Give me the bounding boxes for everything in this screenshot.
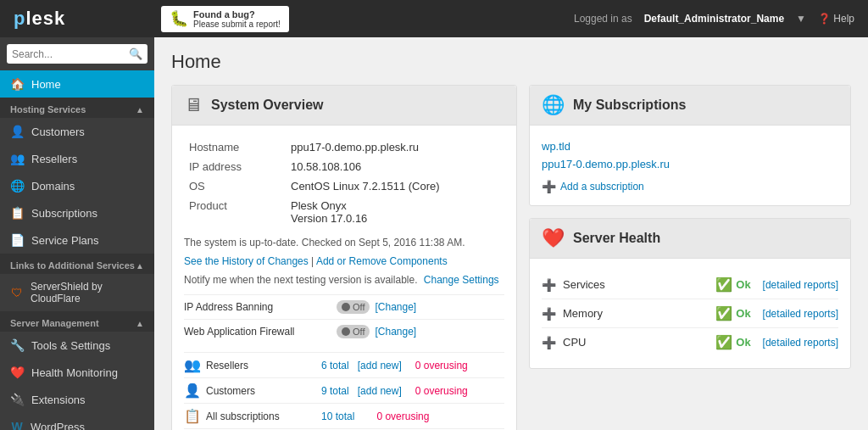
section-server-management[interactable]: Server Management ▲ [0,311,154,332]
logo: plesk [14,8,65,30]
hosting-services-arrow: ▲ [136,105,144,114]
customers-add[interactable]: [add new] [358,385,402,397]
toggle-dot [342,303,350,311]
sidebar-item-servershield[interactable]: 🛡 ServerShield by CloudFlare [0,274,154,311]
tools-settings-label: Tools & Settings [31,339,110,352]
extensions-icon: 🔌 [10,393,25,406]
expand-cpu-icon[interactable]: ➕ [542,336,556,349]
sidebar-item-home[interactable]: 🏠 Home [0,70,154,98]
waf-row: Web Application Firewall Off [Change] [184,319,504,343]
product-label: Product [184,196,286,228]
my-subscriptions-panel: 🌐 My Subscriptions wp.tld ppu17-0.demo.p… [529,85,851,206]
change-settings-link[interactable]: Change Settings [424,274,499,286]
bug-text: Found a bug? Please submit a report! [193,9,281,29]
table-row: Hostname ppu17-0.demo.pp.plesk.ru [184,137,504,157]
add-sub-label: Add a subscription [560,181,644,193]
resellers-icon: 👥 [10,152,25,165]
toggle-dot [342,327,350,336]
os-label: OS [184,176,286,196]
section-hosting-services[interactable]: Hosting Services ▲ [0,98,154,118]
username[interactable]: Default_Administrator_Name [644,13,784,25]
sidebar-item-customers[interactable]: 👤 Customers [0,118,154,145]
domains-icon: 🌐 [10,179,25,193]
system-overview-body: Hostname ppu17-0.demo.pp.plesk.ru IP add… [172,126,516,430]
health-row-memory: ➕ Memory ✅ Ok [detailed reports] [542,299,838,327]
product-version: Version 17.0.16 [291,212,499,225]
question-icon: ❓ [818,13,831,25]
status-text: The system is up-to-date. [184,237,298,249]
sidebar-item-service-plans[interactable]: 📄 Service Plans [0,226,154,254]
resellers-label: Resellers [31,153,77,165]
hosting-services-label: Hosting Services [10,104,86,114]
sidebar-item-wordpress[interactable]: W WordPress [0,413,154,430]
sub-link-wp-tld[interactable]: wp.tld [542,137,838,155]
all-sub-stat-icon: 📋 [184,408,201,424]
sidebar-item-health-monitoring[interactable]: ❤️ Health Monitoring [0,359,154,386]
waf-change[interactable]: [Change] [375,326,416,338]
top-nav: plesk 🐛 Found a bug? Please submit a rep… [0,0,868,37]
add-subscription[interactable]: ➕ Add a subscription [542,180,838,193]
sidebar-search-container: 🔍 [0,37,154,70]
history-links: See the History of Changes | Add or Remo… [184,255,504,267]
waf-state: Off [353,327,364,337]
sub-link-ppu17[interactable]: ppu17-0.demo.pp.plesk.ru [542,155,838,173]
health-row-services: ➕ Services ✅ Ok [detailed reports] [542,271,838,299]
cpu-status: ✅ Ok [715,334,750,350]
table-row: Product Plesk Onyx Version 17.0.16 [184,196,504,228]
resellers-stat-label: Resellers [206,360,316,371]
history-link[interactable]: See the History of Changes [184,255,309,267]
sidebar-item-extensions[interactable]: 🔌 Extensions [0,386,154,413]
search-input[interactable] [12,48,129,60]
product-value: Plesk Onyx Version 17.0.16 [286,196,504,228]
server-health-header: ❤️ Server Health [530,219,850,259]
help-link[interactable]: ❓ Help [818,13,854,25]
resellers-count[interactable]: 6 total [321,360,349,371]
section-additional-services[interactable]: Links to Additional Services ▲ [0,254,154,274]
home-label: Home [31,78,61,91]
servershield-icon: 🛡 [10,286,24,299]
components-link[interactable]: Add or Remove Components [316,255,448,267]
expand-services-icon[interactable]: ➕ [542,278,556,292]
os-value: CentOS Linux 7.2.1511 (Core) [286,176,504,196]
waf-label: Web Application Firewall [184,326,337,338]
memory-ok-text: Ok [736,307,750,320]
cpu-health-label: CPU [563,336,709,349]
ip-banning-toggle[interactable]: Off [337,300,370,314]
search-inner: 🔍 [7,44,147,64]
my-subscriptions-body: wp.tld ppu17-0.demo.pp.plesk.ru ➕ Add a … [530,126,850,205]
bug-banner[interactable]: 🐛 Found a bug? Please submit a report! [161,6,289,32]
product-name: Plesk Onyx [291,199,499,212]
content-grid: 🖥 System Overview Hostname ppu17-0.demo.… [171,85,851,430]
customers-count[interactable]: 9 total [321,385,349,397]
services-detail-link[interactable]: [detailed reports] [763,279,838,291]
ip-banning-change[interactable]: [Change] [375,301,416,313]
customers-stat-icon: 👤 [184,383,201,399]
domains-label: Domains [31,180,75,193]
stat-customers: 👤 Customers 9 total [add new] 0 overusin… [184,377,504,403]
expand-memory-icon[interactable]: ➕ [542,307,556,321]
notify-line: Notify me when the next testing version … [184,274,504,286]
page-title: Home [171,51,851,73]
servershield-label: ServerShield by CloudFlare [31,281,144,304]
memory-detail-link[interactable]: [detailed reports] [763,308,838,320]
ip-label: IP address [184,157,286,176]
bug-icon: 🐛 [170,9,188,28]
sidebar-item-resellers[interactable]: 👥 Resellers [0,145,154,172]
resellers-add[interactable]: [add new] [358,360,402,371]
sidebar-item-domains[interactable]: 🌐 Domains [0,172,154,199]
ip-value: 10.58.108.106 [286,157,504,176]
waf-toggle[interactable]: Off [337,325,370,338]
cpu-detail-link[interactable]: [detailed reports] [763,337,838,349]
all-sub-count[interactable]: 10 total [321,410,354,422]
customers-label: Customers [31,126,85,138]
bug-title: Found a bug? [193,9,281,20]
my-subscriptions-title: My Subscriptions [573,98,686,113]
system-overview-title: System Overview [211,98,324,113]
system-overview-header: 🖥 System Overview [172,86,516,126]
sidebar-item-tools-settings[interactable]: 🔧 Tools & Settings [0,332,154,359]
my-subscriptions-header: 🌐 My Subscriptions [530,86,850,126]
all-sub-stat-label: All subscriptions [206,410,316,422]
table-row: IP address 10.58.108.106 [184,157,504,176]
additional-services-label: Links to Additional Services [10,260,135,271]
sidebar-item-subscriptions[interactable]: 📋 Subscriptions [0,199,154,226]
